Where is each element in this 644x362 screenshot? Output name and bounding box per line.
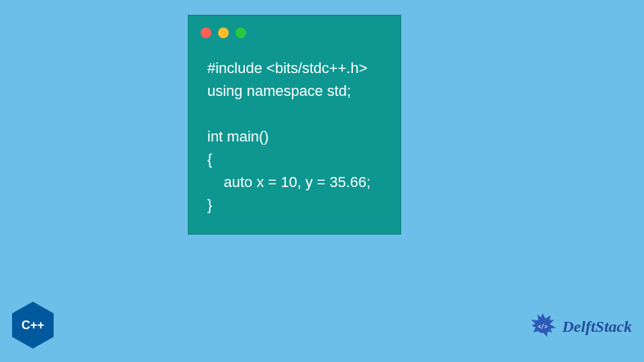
code-block: #include <bits/stdc++.h> using namespace… bbox=[207, 57, 387, 217]
minimize-dot-icon bbox=[218, 27, 229, 38]
cpp-label: C++ bbox=[21, 318, 44, 333]
svg-text:</>: </> bbox=[538, 324, 548, 330]
delftstack-icon: </> bbox=[527, 311, 558, 342]
code-line: auto x = 10, y = 35.66; bbox=[207, 174, 370, 190]
code-line: using namespace std; bbox=[207, 82, 351, 99]
close-dot-icon bbox=[201, 27, 211, 38]
code-line: #include <bits/stdc++.h> bbox=[207, 60, 368, 76]
cpp-badge: C++ bbox=[12, 302, 54, 349]
code-line: } bbox=[207, 196, 212, 213]
maximize-dot-icon bbox=[235, 27, 246, 38]
code-line: int main() bbox=[207, 128, 269, 145]
code-line: { bbox=[207, 151, 212, 168]
brand-logo: </> DelftStack bbox=[527, 311, 632, 342]
code-window: #include <bits/stdc++.h> using namespace… bbox=[188, 15, 401, 235]
cpp-hexagon-icon: C++ bbox=[12, 302, 54, 349]
brand-name: DelftStack bbox=[562, 318, 632, 336]
window-traffic-lights bbox=[201, 27, 246, 38]
